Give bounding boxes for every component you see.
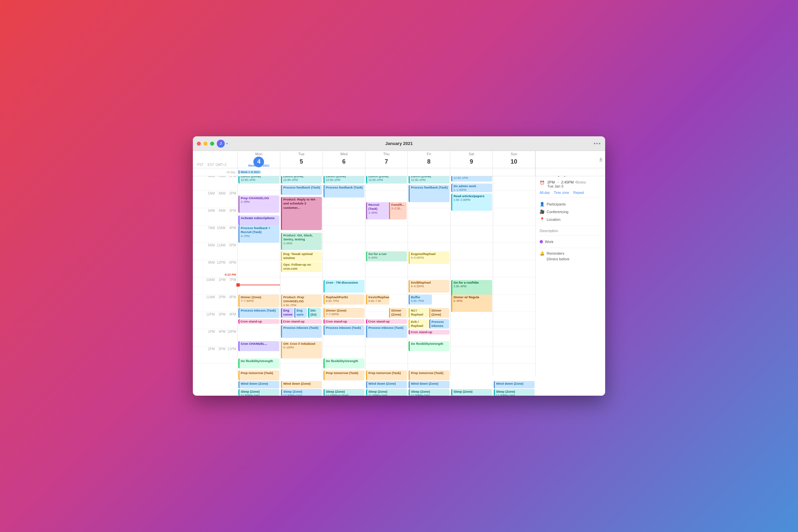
all-day-event-week[interactable]: Week 1 of 2021 — [239, 170, 261, 174]
event-fri-do-flexibility[interactable]: Do flexibility/strength — [408, 341, 450, 351]
day-col-sat[interactable]: Brunch 12–12:30PM Empty inboxes 12:30–1P… — [451, 176, 493, 376]
event-wed-sleep[interactable]: Sleep (Zone) 11:15PM–6:45AM — [324, 389, 364, 396]
timezone-option[interactable]: Time zone — [554, 191, 569, 194]
day-col-wed[interactable]: Process inboxes (Task) Lunch (Zone) 12:3… — [323, 176, 365, 376]
event-tue-eng-tweak[interactable]: Eng: Tweak optimal window — [281, 251, 322, 261]
event-tue-eng-conve[interactable]: Eng conve sync — [281, 308, 293, 318]
day-header-fri[interactable]: Fri 8 — [407, 151, 450, 168]
day-col-fri[interactable]: Process inboxes (Task) Lunch (Zone) 12:3… — [408, 176, 451, 376]
event-thu-lunch-zone[interactable]: Lunch (Zone) 12:30–1PM — [366, 176, 407, 184]
event-wed-process-inboxes2[interactable]: Process Inboxes (Task) — [324, 325, 364, 335]
event-mon-wind-down[interactable]: Wind down (Zone) — [239, 381, 279, 388]
event-fri-process-inboxes2[interactable]: Process Inboxes — [429, 319, 450, 328]
event-sat-read-articles[interactable]: Read articles/papers 1:30–2:30PM — [451, 193, 492, 211]
event-sat-do-admin[interactable]: Do admin work 1–1:30PM — [451, 184, 492, 192]
event-wed-cron-tm[interactable]: Cron - TM discussion — [324, 280, 364, 292]
event-thu-recruit[interactable]: Recruit (Task) 2–5PM — [366, 202, 390, 220]
event-tue-sleep[interactable]: Sleep (Zone) 11:30PM–7AM — [281, 389, 322, 396]
event-mon-sleep[interactable]: Sleep (Zone) 11:30PM–7AM — [239, 389, 279, 396]
event-wed-dinner-zone[interactable]: Dinner (Zone) 7–7:30PM — [324, 308, 364, 318]
event-mon-activate-subs[interactable]: Activate subscriptions — [239, 215, 279, 225]
event-fri-mj-raphael[interactable]: MJ / Raphael — [408, 308, 429, 318]
event-thu-wind-down[interactable]: Wind down (Zone) — [366, 381, 407, 388]
event-fri-process-feedback[interactable]: Process feedback (Task) — [408, 185, 450, 202]
event-fri-wind-down[interactable]: Wind down (Zone) — [408, 381, 450, 388]
event-sat-dinner-regula[interactable]: Dinner w/ Regula 6–9PM — [451, 294, 492, 312]
event-mon-lunch-zone[interactable]: Lunch (Zone) 12:30–1PM — [239, 176, 279, 184]
day-name-fri: Fri — [426, 152, 431, 156]
event-fri-emil-raphael[interactable]: Emil|Raphael 6–6:30PM — [408, 280, 450, 292]
day-header-sun[interactable]: Sun 10 — [493, 151, 535, 168]
event-wed-process-feedback[interactable]: Process feedback (Task) — [324, 185, 364, 197]
day-col-sun[interactable]: Wind down (Zone) Sleep (Zone) 11:30PM–7A… — [493, 176, 535, 376]
event-thu-cron-standup[interactable]: Cron stand-up — [366, 319, 407, 324]
day-header-mon[interactable]: Mon 4 Week 1 of 2021 — [238, 151, 280, 168]
event-wed-prep-tomorrow[interactable]: Prep tomorrow (Task) — [324, 370, 364, 380]
repeat-option[interactable]: Repeat — [573, 191, 584, 194]
day-col-tue[interactable]: Process inboxes (Task) Lunch (Zone) 12:3… — [280, 176, 323, 376]
event-sun-sleep[interactable]: Sleep (Zone) 11:30PM–7AM — [494, 389, 535, 396]
more-icon[interactable]: ± — [599, 156, 603, 163]
event-mon-prep-changelog[interactable]: Prep CHANGELOG 2–3PM — [239, 195, 279, 213]
event-tue-wind-down[interactable]: Wind down (Zone) — [281, 381, 322, 388]
event-fri-lunch-zone[interactable]: Lunch (Zone) 12:30–1PM — [408, 176, 450, 184]
event-wed-raphael-parthi[interactable]: Raphael/Parthi 6:30–7PM — [324, 294, 364, 305]
event-tue-product-reply[interactable]: Product: Reply to WA and schedule 3 cust… — [281, 197, 322, 230]
event-mon-process-inboxes2[interactable]: Process Inboxes (Task) — [239, 308, 279, 318]
event-mon-do-flexibility[interactable]: Do flexibility/strength — [239, 358, 279, 368]
event-sat-sleep[interactable]: Sleep (Zone) — [451, 389, 492, 396]
event-fri-erik-raphael[interactable]: Erik / Raphael — [408, 319, 429, 328]
close-button[interactable] — [197, 141, 201, 146]
event-thu-kevin-raphael[interactable]: Kevin/Raphael 6:45–7:30 — [366, 294, 390, 305]
participants-field[interactable]: 👤 Participants — [540, 200, 601, 208]
day-col-mon[interactable]: Process inboxes (Task) Lunch (Zone) 12:3… — [238, 176, 280, 376]
day-header-thu[interactable]: Thu 7 — [365, 151, 408, 168]
event-tue-din-zo[interactable]: Din (Zo) — [308, 308, 321, 318]
minimize-button[interactable] — [204, 141, 208, 146]
day-header-tue[interactable]: Tue 5 — [280, 151, 323, 168]
event-thu-sleep[interactable]: Sleep (Zone) 11:30PM–7AM — [366, 389, 407, 396]
event-fri-buffer[interactable]: Buffer 6:30–7PM — [408, 294, 432, 305]
event-tue-cron-standup[interactable]: Cron stand-up — [281, 319, 322, 324]
event-tue-oh-cron[interactable]: OH: Cron // Initialized 9–10PM — [281, 341, 322, 358]
event-fri-cron-standup[interactable]: Cron stand-up — [408, 330, 450, 335]
more-options-button[interactable]: ••• — [593, 141, 601, 147]
event-tue-process-inboxes3[interactable]: Process Inboxes (Task) — [281, 325, 322, 338]
day-header-sat[interactable]: Sat 9 — [450, 151, 493, 168]
location-field[interactable]: 📍 Location — [540, 215, 601, 223]
allday-option[interactable]: All-day — [540, 191, 550, 194]
event-mon-dinner-zone[interactable]: Dinner (Zone) 7–7:30PM — [239, 294, 279, 307]
pst-2pm: 2PM — [206, 347, 215, 351]
event-tue-process-feedback[interactable]: Process feedback (Task) — [281, 185, 322, 195]
event-wed-do-flexibility[interactable]: Do flexibility/strength — [324, 358, 364, 368]
event-fri-eugene-raphael[interactable]: Eugene/Raphael 5–5:45PM — [408, 251, 450, 264]
day-header-wed[interactable]: Wed 6 — [323, 151, 365, 168]
conferencing-field[interactable]: 🎥 Conferencing — [540, 208, 601, 215]
day-col-thu[interactable]: Process inboxes (Task) Lunch (Zone) 12:3… — [365, 176, 408, 376]
event-sun-wind-down[interactable]: Wind down (Zone) — [494, 381, 535, 388]
event-thu-go-for-run[interactable]: Go for a run 5–6PM — [366, 251, 407, 261]
current-time-line — [238, 285, 280, 285]
event-tue-product-prep[interactable]: Product: Prep CHANGELOG 6:30–7PM — [281, 294, 322, 307]
calendar-body-scroll[interactable]: 3AM 6AM 12PM 4AM 7AM 1PM 5AM 8AM 2PM — [193, 176, 605, 396]
event-mon-process-feedback-recruit[interactable]: Process feedback + Recruit (Task) 4–7PM — [239, 225, 279, 243]
event-wed-cron-standup[interactable]: Cron stand-up — [324, 319, 364, 324]
event-mon-cron-standup[interactable]: Cron stand-up — [239, 319, 279, 324]
event-sat-empty-inboxes[interactable]: Empty inboxes 12:30–1PM — [451, 176, 492, 182]
event-tue-product-gh[interactable]: Product: GH, Slack, Sentry, testing 3–5P… — [281, 233, 322, 250]
event-thu-femi-r[interactable]: Femi/R... 2–2:30... — [389, 202, 407, 220]
event-fri-sleep[interactable]: Sleep (Zone) 11:30PM–7AM — [408, 389, 450, 396]
event-thu-dinner-zone[interactable]: Dinner (Zone) — [389, 308, 407, 318]
event-tue-eng-sync[interactable]: Eng sync — [294, 308, 307, 318]
event-mon-prep-tomorrow[interactable]: Prep tomorrow (Task) — [239, 370, 279, 380]
event-wed-lunch-zone[interactable]: Lunch (Zone) 12:30–1PM — [324, 176, 364, 184]
event-tue-lunch-zone[interactable]: Lunch (Zone) 12:30–1PM — [281, 176, 322, 184]
event-thu-process-inboxes2[interactable]: Process Inboxes (Task) — [366, 325, 407, 338]
event-fri-dinner-zone[interactable]: Dinner (Zone) — [429, 308, 450, 318]
event-fri-prep-tomorrow[interactable]: Prep tomorrow (Task) — [408, 370, 450, 380]
event-thu-prep-tomorrow[interactable]: Prep tomorrow (Task) — [366, 370, 407, 380]
avatar[interactable]: J — [217, 140, 225, 148]
event-mon-cron-changelog[interactable]: Cron CHANGEL... — [239, 341, 279, 351]
event-tue-ops-followup[interactable]: Ops: Follow-up on cron.com — [281, 262, 322, 272]
maximize-button[interactable] — [210, 141, 214, 146]
